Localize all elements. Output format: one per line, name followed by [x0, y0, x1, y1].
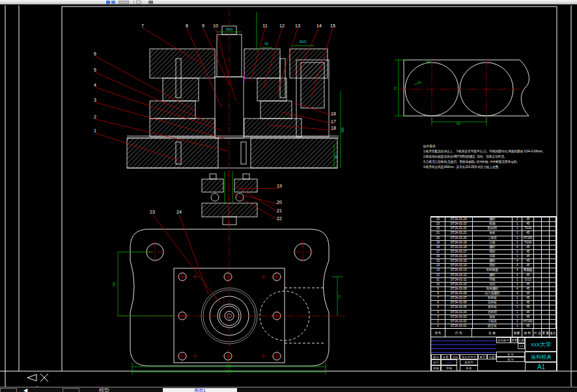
parts-row: 15DTJA-01-15螺钉445 — [431, 259, 556, 263]
approve-cell: 批准 — [460, 365, 478, 371]
strip-layout-view[interactable] — [395, 59, 529, 126]
balloon-label: 19 — [277, 184, 282, 188]
parts-list-table: 1DTJA-01-01固定板1452DTJA-01-02下模座1HT2003DT… — [430, 216, 557, 329]
parts-row: 19DTJA-01-19凸模1T10A — [431, 240, 556, 245]
parts-row: 21DTJA-01-21垫板145 — [431, 231, 556, 235]
balloon-label: 5 — [94, 68, 96, 72]
layer-palette-icon[interactable] — [106, 1, 110, 4]
weight-label-cell: 重量 — [511, 337, 518, 343]
parts-row: 14DTJA-01-14销钉445 — [431, 263, 556, 268]
balloon-label: 8 — [186, 23, 188, 28]
col-w2: 重 量 — [542, 329, 550, 337]
balloon-label: 11 — [262, 23, 267, 28]
col-w1: 单件 总计 — [533, 329, 542, 337]
dim-label: 150 — [112, 281, 116, 287]
print-preview-icon[interactable] — [119, 1, 129, 4]
balloon-label: 24 — [176, 210, 182, 214]
sign-cell: 签字 — [478, 354, 487, 359]
change-doc-cell: 更改文件号 — [460, 354, 478, 359]
match-properties-icon[interactable] — [111, 1, 115, 4]
col-name: 名 称 — [472, 329, 512, 337]
balloon-label: 23 — [150, 210, 155, 214]
parts-row: 17DTJA-01-17销钉145 — [431, 249, 556, 254]
dim-label: 330 — [225, 369, 231, 373]
notes-title: 技术要求: — [423, 144, 561, 149]
dim-label: 72 — [337, 295, 341, 299]
parts-row: 2DTJA-01-02下模座1HT200 — [431, 319, 556, 324]
col-mat: 材 料 — [522, 329, 534, 337]
parts-row: 1DTJA-01-01固定板145 — [431, 324, 556, 328]
parts-row: 22DTJA-01-22防转销1T10A — [431, 226, 556, 231]
parts-row: 18DTJA-01-18螺钉445 — [431, 245, 556, 249]
university-cell: xxx大学 — [525, 337, 557, 352]
scale-label-cell: 比例 — [518, 337, 525, 343]
dim-label: 85 — [457, 122, 460, 126]
tab-ghost[interactable] — [0, 388, 17, 392]
balloon-label: 4 — [94, 83, 96, 87]
zone-cell: 分区 — [451, 354, 460, 359]
parts-row: 13DTJA-01-13卸料橡胶4聚氨酯 — [431, 268, 556, 272]
section-view[interactable] — [127, 10, 341, 225]
sheet-no-cell: 第 张 — [496, 357, 525, 362]
parts-row: 5DTJA-01-05承料板145 — [431, 305, 556, 309]
dim-label: 45 — [334, 155, 338, 159]
cad-application-window: 123456789101112131415161718192021222324 … — [0, 0, 577, 392]
balloon-label: 13 — [295, 23, 300, 28]
revision-row — [431, 348, 496, 349]
dim-label: 3 — [417, 80, 419, 84]
tab-ghost[interactable] — [63, 388, 79, 392]
balloon-label: 15 — [330, 23, 335, 28]
balloon-label: 12 — [279, 23, 285, 28]
dim-label: 160 — [341, 127, 345, 133]
scale-value-cell: 1:1 — [518, 343, 525, 349]
balloon-label: 21 — [277, 208, 282, 213]
pan-icon[interactable] — [148, 1, 153, 4]
dim-label: 75 — [393, 87, 397, 91]
note-line: 2.模架导向精度应符合GB/T2851的规定, 导柱、导套运动灵活。 — [423, 154, 561, 160]
balloon-label: 20 — [277, 200, 282, 204]
dim-label: Φ25 — [300, 40, 307, 44]
balloon-label: 16 — [331, 111, 336, 116]
balloon-label: 9 — [202, 23, 204, 28]
check-cell: 校核 — [431, 365, 441, 371]
audit-cell: 审核 — [441, 365, 457, 371]
model-layout-tabbar: ◀ 模型 布局1 — [0, 387, 577, 392]
design-cell: 设计 — [431, 359, 441, 365]
parts-row: 8DTJA-01-08内六角螺钉445 — [431, 291, 556, 296]
technical-notes: 技术要求: 1.模具装配后应保证上、下模座安装平面平行,凸、凹模间隙均匀,双面间… — [423, 144, 561, 170]
title-block: 标记 处数 分区 更改文件号 签字 日期 设计 xxx 标准化 校核 审核 批准… — [430, 337, 557, 371]
plan-view[interactable] — [117, 221, 345, 376]
col-qty: 数量 — [513, 329, 522, 337]
sheet-size-cell: A1 — [525, 362, 557, 371]
dim-label: 16 — [264, 42, 268, 46]
tab-model[interactable]: 模型 — [99, 387, 109, 392]
leader-line — [152, 214, 220, 303]
parts-row: 4DTJA-01-04挡料销145 — [431, 310, 556, 315]
ucs-icon — [27, 374, 48, 382]
parts-row: 3DTJA-01-03垫板145 — [431, 315, 556, 319]
tab-nav-arrow[interactable]: ◀ — [23, 387, 27, 392]
drawing-title-cell: 落料模具 — [525, 352, 557, 362]
mark-cell: 标记 — [431, 354, 441, 359]
balloon-label: 17 — [331, 119, 336, 124]
balloon-label: 3 — [94, 98, 96, 102]
parts-row: 10DTJA-01-10导柱145 — [431, 282, 556, 287]
window-split-icon[interactable] — [136, 1, 141, 4]
balloon-label: 10 — [213, 23, 218, 28]
tab-layout-active[interactable]: 布局1 — [163, 388, 237, 392]
ejector-detail-view[interactable] — [202, 171, 257, 229]
toolbar-separator — [134, 1, 134, 4]
col-remark: 备注 — [550, 329, 556, 337]
parts-row: 11DTJA-01-11凹模1Cr12 — [431, 277, 556, 282]
col-code: 代 号 — [445, 329, 473, 337]
parts-row: 23DTJA-01-23模柄145 — [431, 221, 556, 226]
balloon-label: 2 — [94, 115, 96, 119]
parts-row: 20DTJA-01-20上模座1HT200 — [431, 236, 556, 240]
balloon-label: 1 — [94, 128, 96, 133]
revision-row — [431, 341, 496, 341]
parts-row: 9DTJA-01-09卸料螺钉445 — [431, 287, 556, 291]
note-line: 1.模具装配后应保证上、下模座安装平面平行,凸、凹模间隙均匀,双面间隙值 0.0… — [423, 149, 561, 154]
standard-cell: 标准化 — [460, 359, 478, 365]
leader-line — [179, 214, 208, 294]
parts-row: 6DTJA-01-06导料板145 — [431, 300, 556, 305]
